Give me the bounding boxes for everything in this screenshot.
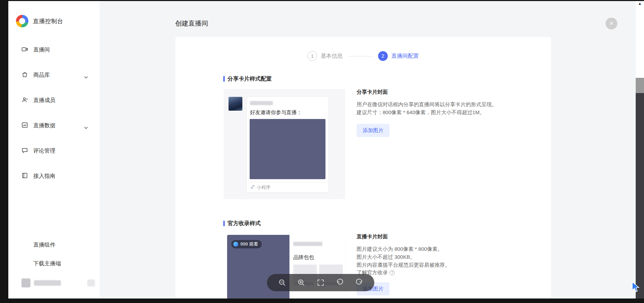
- rotate-left-icon[interactable]: [336, 278, 345, 287]
- section-accent-bar: [223, 221, 225, 226]
- section-accent-bar: [223, 76, 225, 82]
- scrollbar-track-dark[interactable]: [636, 93, 644, 299]
- official-desc-line1: 图片建议大小为 800像素 * 800像素。: [357, 245, 544, 253]
- zoom-out-icon[interactable]: [278, 278, 287, 287]
- share-card-desc-line1: 用户在微信对话框内分享的直播间将以分享卡片的形式呈现。: [357, 100, 544, 108]
- brand: 直播控制台: [16, 15, 63, 27]
- live-viewers-icon: [233, 242, 238, 247]
- invite-text: 好友邀请你参与直播：: [250, 109, 302, 116]
- step-room-config[interactable]: 2 直播间配置: [378, 51, 419, 61]
- avatar: [21, 278, 30, 287]
- add-image-button[interactable]: 添加图片: [357, 124, 390, 137]
- sidebar-item-label: 直播组件: [33, 241, 55, 249]
- official-help-link[interactable]: 了解官方收录 ?: [357, 269, 544, 276]
- official-section-header: 官方收录样式: [223, 220, 261, 227]
- user-chip-redacted: [87, 279, 95, 286]
- official-card-info: 直播卡片封面 图片建议大小为 800像素 * 800像素。 图片大小不超过 30…: [357, 233, 544, 276]
- share-card-section-header: 分享卡片样式配置: [223, 76, 272, 82]
- brand-title: 直播控制台: [33, 17, 63, 25]
- scrollbar-up-arrow-icon[interactable]: ▲: [636, 1, 644, 6]
- member-icon: [21, 97, 28, 104]
- video-camera-icon: [21, 46, 28, 54]
- main-content: 创建直播间 ✕ 1 基本信息 2 直播间配置 分享卡片样式配置 好友邀请你: [100, 1, 636, 299]
- user-name-redacted: [34, 280, 61, 286]
- sidebar-item-label: 直播成员: [33, 97, 55, 104]
- chevron-down-icon: [84, 124, 88, 130]
- create-live-room-panel: 1 基本信息 2 直播间配置 分享卡片样式配置 好友邀请你参与直播：: [175, 37, 551, 299]
- page-title: 创建直播间: [175, 19, 208, 28]
- share-chat-card: 好友邀请你参与直播： 小程序: [247, 97, 329, 193]
- sidebar-item-label: 评论管理: [33, 147, 55, 155]
- chat-name-redacted: [250, 101, 273, 105]
- window-frame-bottom: [0, 299, 644, 303]
- sidebar-item-comment-management[interactable]: 评论管理: [8, 143, 100, 158]
- mobile-download-icon: [21, 260, 28, 268]
- close-icon: ✕: [609, 20, 614, 27]
- official-card-preview: 999 观看 品牌包包: [227, 235, 345, 303]
- zoom-in-icon[interactable]: [297, 278, 306, 287]
- section-title: 分享卡片样式配置: [227, 75, 272, 83]
- share-cover-placeholder: [250, 119, 325, 179]
- viewer-count-text: 999 观看: [240, 241, 258, 247]
- sidebar-item-label: 接入指南: [33, 173, 55, 180]
- scrollbar-thumb[interactable]: [636, 78, 644, 93]
- section-title: 官方收录样式: [227, 220, 261, 227]
- mouse-cursor-icon: [630, 282, 641, 294]
- window-frame-left: [0, 0, 8, 303]
- guide-book-icon: [21, 172, 28, 180]
- comment-icon: [21, 147, 28, 155]
- rotate-right-icon[interactable]: [355, 278, 364, 287]
- step-connector: [348, 56, 373, 56]
- window-frame-top: [0, 0, 644, 1]
- shopping-bag-icon: [21, 71, 28, 79]
- viewer-count-badge: 999 观看: [231, 240, 262, 248]
- sidebar-item-live-members[interactable]: 直播成员: [8, 93, 100, 108]
- sidebar-item-download-host-app[interactable]: 下载主播端: [8, 256, 100, 271]
- step-label: 直播间配置: [391, 53, 419, 60]
- share-card-info: 分享卡片封面 用户在微信对话框内分享的直播间将以分享卡片的形式呈现。 建议尺寸：…: [357, 89, 544, 137]
- vertical-scrollbar[interactable]: ▲: [636, 0, 644, 303]
- sidebar-item-live-data[interactable]: 直播数据: [8, 118, 100, 133]
- close-button[interactable]: ✕: [606, 18, 617, 29]
- sidebar-item-live-components[interactable]: 直播组件: [8, 237, 100, 252]
- live-card-cover-heading: 直播卡片封面: [357, 233, 544, 240]
- data-chart-icon: [21, 122, 28, 130]
- sidebar-item-integration-guide[interactable]: 接入指南: [8, 168, 100, 184]
- share-card-desc-line2: 建议尺寸：800像素 * 640像素，图片大小不得超过1M。: [357, 108, 544, 116]
- share-card-preview: 好友邀请你参与直播： 小程序: [224, 89, 345, 199]
- live-title-redacted: [293, 242, 322, 246]
- official-desc-line2: 图片大小不超过 300KB。: [357, 253, 544, 261]
- component-cube-icon: [21, 241, 28, 249]
- sidebar-item-live-room[interactable]: 直播间: [8, 42, 100, 57]
- step-number: 1: [307, 51, 317, 61]
- sidebar-item-label: 直播间: [33, 46, 50, 54]
- question-circle-icon: ?: [390, 270, 395, 275]
- step-number: 2: [378, 51, 388, 61]
- sidebar-item-label: 下载主播端: [33, 260, 61, 267]
- fullscreen-icon[interactable]: [316, 278, 325, 287]
- sidebar-item-label: 商品库: [33, 72, 50, 79]
- step-label: 基本信息: [321, 53, 343, 60]
- live-cover-placeholder: 999 观看: [227, 235, 289, 303]
- live-info-card: 品牌包包: [289, 235, 345, 303]
- mini-program-link-icon: [250, 184, 255, 191]
- sidebar-menu: 直播间 商品库 直播成员 直播数据: [8, 42, 100, 194]
- chat-avatar-image: [229, 97, 242, 111]
- sidebar: 直播控制台 直播间 商品库 直播成员: [8, 1, 100, 299]
- official-desc-line3: 图片内容遵循平台规范后更容易被推荐。: [357, 261, 544, 269]
- sidebar-item-product-library[interactable]: 商品库: [8, 67, 100, 83]
- chat-card-footer: 小程序: [247, 182, 328, 192]
- mini-program-label: 小程序: [257, 184, 270, 191]
- product-name: 品牌包包: [293, 254, 314, 261]
- step-indicator: 1 基本信息 2 直播间配置: [175, 51, 551, 61]
- chevron-down-icon: [84, 74, 88, 80]
- brand-ring-logo-icon: [16, 15, 28, 27]
- step-basic-info[interactable]: 1 基本信息: [307, 51, 343, 61]
- share-card-cover-heading: 分享卡片封面: [357, 89, 544, 95]
- image-viewer-toolbar: [267, 274, 374, 291]
- user-account-row[interactable]: [21, 275, 100, 291]
- sidebar-item-label: 直播数据: [33, 122, 55, 129]
